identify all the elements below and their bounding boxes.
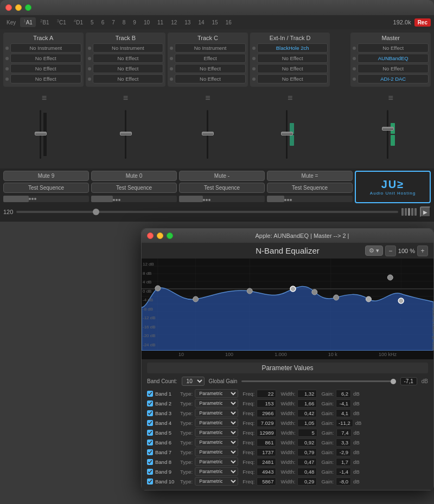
mute-button-d[interactable]: Mute = [267, 171, 353, 181]
play-button[interactable]: ▶ [420, 206, 431, 217]
tab-d1[interactable]: 4D1 [71, 17, 86, 27]
meter-a [43, 113, 47, 134]
track-d-effect2[interactable]: No Effect [257, 64, 328, 73]
tab-15[interactable]: 15 [209, 18, 221, 27]
track-d-instrument[interactable]: BlackHole 2ch [257, 43, 328, 53]
tab-11[interactable]: 11 [154, 18, 167, 27]
band-8-type-select[interactable]: Parametric [195, 457, 238, 466]
master-effect0[interactable]: No Effect [358, 43, 429, 53]
transport-thumb[interactable] [93, 209, 99, 215]
band-9-checkbox[interactable] [147, 469, 153, 475]
band-9-type-select[interactable]: Parametric [195, 467, 238, 476]
track-b-effect2[interactable]: No Effect [93, 64, 164, 73]
band-1-checkbox[interactable] [147, 391, 153, 397]
band-10-type-select[interactable]: Parametric [195, 477, 238, 486]
master-effect1[interactable]: AUNBandEQ [358, 54, 429, 63]
seq-button-c[interactable]: Test Sequence [179, 183, 265, 193]
track-a-effect2[interactable]: No Effect [10, 64, 81, 73]
slot-dot [170, 47, 173, 50]
tab-7[interactable]: 7 [108, 18, 118, 27]
band-7-type-select[interactable]: Parametric [195, 448, 238, 456]
fader-handle-c[interactable] [202, 132, 214, 135]
tab-9[interactable]: 9 [130, 18, 139, 27]
track-a-effect1[interactable]: No Effect [10, 54, 81, 63]
tab-16[interactable]: 16 [222, 18, 235, 27]
eq-zoom-plus[interactable]: + [417, 245, 428, 256]
band-6-type-select[interactable]: Parametric [195, 438, 238, 447]
seq-button-b[interactable]: Test Sequence [91, 183, 177, 193]
eq-handle-5[interactable] [312, 289, 317, 295]
band-8-checkbox[interactable] [147, 459, 153, 465]
band-5-checkbox[interactable] [147, 430, 153, 436]
eq-handle-6[interactable] [334, 295, 339, 300]
rec-button[interactable]: Rec [414, 18, 431, 27]
global-gain-slider-thumb[interactable] [391, 379, 396, 384]
track-a-effect3[interactable]: No Effect [10, 74, 81, 83]
band-4-type-select[interactable]: Parametric [195, 418, 238, 427]
track-d-effect1[interactable]: No Effect [257, 54, 328, 63]
tab-12[interactable]: 12 [168, 18, 180, 27]
band-7-checkbox[interactable] [147, 449, 153, 455]
seq-button-a[interactable]: Test Sequence [3, 183, 89, 193]
track-c-effect1[interactable]: Effect [175, 54, 246, 63]
band-7-width-label: Width: [280, 449, 295, 455]
band-3-type-select[interactable]: Parametric [195, 409, 238, 417]
track-c-instrument[interactable]: No Instrument [175, 43, 246, 53]
transport-slider[interactable] [16, 211, 398, 213]
mute-button-a[interactable]: Mute 9 [3, 171, 89, 181]
eq-handle-3[interactable] [247, 288, 252, 294]
band-2-checkbox[interactable] [147, 400, 153, 406]
eq-close-button[interactable] [147, 232, 154, 239]
band-2-type-select[interactable]: Parametric [195, 399, 238, 408]
seq-progress-bar-b [91, 196, 113, 202]
tab-b1[interactable]: 2B1 [37, 17, 53, 27]
eq-zoom-minus[interactable]: − [385, 245, 396, 256]
fader-handle-b[interactable] [120, 132, 132, 135]
tab-5[interactable]: 5 [87, 18, 97, 27]
master-effect2[interactable]: No Effect [358, 64, 429, 73]
band-10-checkbox[interactable] [147, 479, 153, 484]
track-b-instrument[interactable]: No Instrument [93, 43, 164, 53]
minimize-button[interactable] [15, 4, 22, 11]
fader-handle-master[interactable] [382, 127, 394, 131]
tab-6[interactable]: 6 [98, 18, 108, 27]
band-6-checkbox[interactable] [147, 440, 153, 445]
mute-button-c[interactable]: Mute - [179, 171, 265, 181]
seq-button-d[interactable]: Test Sequence [267, 183, 353, 193]
close-button[interactable] [5, 4, 12, 11]
track-c-effect3[interactable]: No Effect [175, 74, 246, 83]
track-b-effect3[interactable]: No Effect [93, 74, 164, 83]
tab-13[interactable]: 13 [181, 18, 194, 27]
eq-gear-button[interactable]: ⚙ ▾ [365, 245, 383, 256]
track-d-effect3[interactable]: No Effect [257, 74, 328, 83]
band-5-type-select[interactable]: Parametric [195, 428, 238, 437]
eq-fullscreen-button[interactable] [167, 232, 173, 239]
fullscreen-button[interactable] [25, 4, 31, 11]
eq-handle-9[interactable] [398, 298, 404, 303]
band-count-select[interactable]: 10 [182, 377, 205, 386]
fader-handle-a[interactable] [35, 132, 47, 135]
band-1-type-select[interactable]: Parametric [195, 389, 238, 398]
global-gain-slider-track[interactable] [241, 380, 395, 382]
band-3-checkbox[interactable] [147, 410, 153, 416]
tab-a1[interactable]: 1A1 [20, 17, 36, 27]
track-a-instrument[interactable]: No Instrument [10, 43, 81, 53]
tab-14[interactable]: 14 [195, 18, 207, 27]
tab-c1[interactable]: 3C1 [54, 17, 69, 27]
eq-graph-container[interactable]: 12 dB 8 dB 4 dB 0 dB -4 dB -8 dB -12 dB … [142, 259, 433, 351]
tab-key[interactable]: Key [3, 18, 19, 27]
band-4-checkbox[interactable] [147, 420, 153, 426]
eq-handle-4[interactable] [290, 286, 296, 292]
eq-handle-7[interactable] [366, 296, 371, 302]
eq-handle-2[interactable] [193, 296, 199, 302]
track-c-effect2[interactable]: No Effect [175, 64, 246, 73]
tab-8[interactable]: 8 [119, 18, 129, 27]
mute-button-b[interactable]: Mute 0 [91, 171, 177, 181]
eq-handle-8[interactable] [387, 275, 393, 280]
eq-minimize-button[interactable] [157, 232, 163, 239]
tab-10[interactable]: 10 [141, 18, 153, 27]
master-effect3[interactable]: ADI-2 DAC [358, 74, 429, 83]
fader-handle-d[interactable] [281, 132, 293, 135]
band-10-unit: dB [353, 479, 360, 484]
track-b-effect1[interactable]: No Effect [93, 54, 164, 63]
